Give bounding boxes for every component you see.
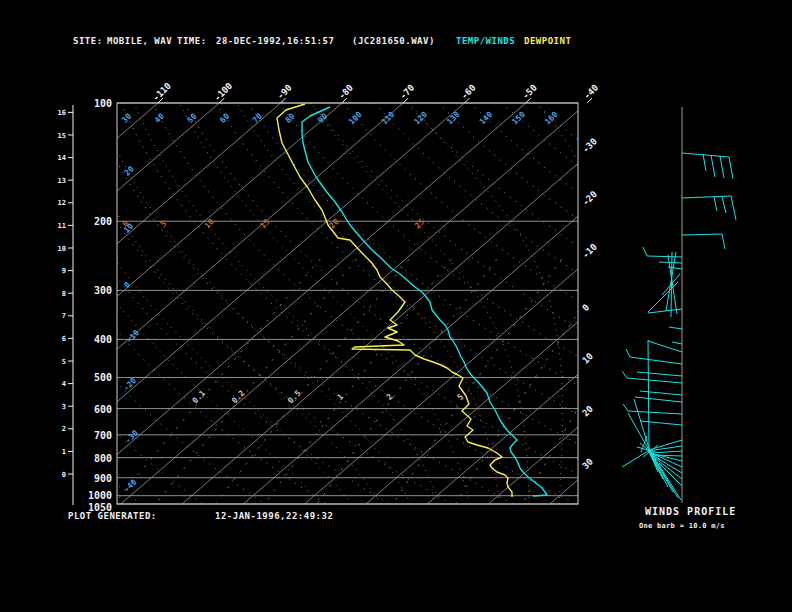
svg-text:-40: -40 [122, 477, 139, 494]
svg-text:25: 25 [413, 217, 426, 230]
svg-text:20: 20 [580, 404, 595, 419]
svg-text:9: 9 [62, 267, 66, 275]
svg-text:-70: -70 [398, 83, 417, 102]
svg-text:5: 5 [159, 219, 169, 229]
svg-text:0: 0 [62, 471, 66, 479]
svg-text:-60: -60 [459, 83, 478, 102]
svg-text:70: 70 [251, 112, 264, 125]
height-ruler-labels: 161514131211109876543210 [58, 109, 66, 479]
svg-text:7: 7 [62, 312, 66, 320]
pressure-lines [117, 103, 578, 504]
moist-adiabats [16, 103, 609, 504]
svg-text:14: 14 [58, 154, 66, 162]
svg-text:60: 60 [218, 112, 231, 125]
svg-text:10: 10 [203, 217, 216, 230]
svg-text:4: 4 [62, 380, 66, 388]
svg-text:40: 40 [153, 112, 166, 125]
svg-text:300: 300 [94, 285, 112, 296]
svg-text:600: 600 [94, 404, 112, 415]
svg-text:800: 800 [94, 453, 112, 464]
svg-text:8: 8 [62, 290, 66, 298]
svg-text:10: 10 [58, 245, 66, 253]
svg-text:13: 13 [58, 177, 66, 185]
skewt-screen: SITE: MOBILE, WAV TIME: 28-DEC-1992,16:5… [0, 0, 792, 612]
svg-text:-80: -80 [336, 83, 355, 102]
svg-text:30: 30 [120, 112, 133, 125]
svg-text:-30: -30 [580, 136, 599, 155]
svg-text:90: 90 [316, 112, 329, 125]
svg-text:400: 400 [94, 334, 112, 345]
svg-text:2: 2 [385, 392, 395, 402]
winds-profile-caption: One barb = 10.0 m/s [639, 522, 725, 530]
dry-adiabat-labels: 3040506070809010011012013014015016020100… [120, 110, 560, 494]
svg-text:0.2: 0.2 [230, 389, 247, 406]
svg-text:0.5: 0.5 [286, 389, 303, 406]
dry-adiabats [0, 103, 792, 504]
svg-text:12: 12 [58, 199, 66, 207]
svg-text:-90: -90 [275, 83, 294, 102]
svg-text:-30: -30 [123, 428, 140, 445]
svg-text:-20: -20 [580, 189, 599, 208]
svg-text:30: 30 [580, 456, 595, 471]
plot-border [117, 103, 578, 504]
svg-text:15: 15 [258, 217, 271, 230]
svg-text:0: 0 [580, 302, 591, 313]
svg-text:0: 0 [122, 280, 132, 290]
svg-text:1: 1 [336, 392, 346, 402]
svg-text:3: 3 [62, 403, 66, 411]
svg-text:160: 160 [543, 110, 560, 127]
top-isotherm-labels: -110-100-90-80-70-60-50-40 [151, 81, 601, 103]
plot-generated-label: PLOT GENERATED: [68, 511, 157, 521]
svg-text:0.1: 0.1 [191, 389, 208, 406]
svg-text:20: 20 [123, 164, 136, 177]
svg-text:-40: -40 [582, 83, 601, 102]
wind-barbs [622, 153, 736, 500]
svg-text:-20: -20 [122, 376, 139, 393]
svg-text:10: 10 [580, 351, 595, 366]
isotherms [0, 103, 792, 504]
svg-text:100: 100 [94, 98, 112, 109]
svg-text:16: 16 [58, 109, 66, 117]
svg-text:80: 80 [283, 112, 296, 125]
mixing-ratio-labels: 0.10.20.5125 [191, 389, 466, 406]
svg-text:15: 15 [58, 132, 66, 140]
svg-text:5: 5 [62, 358, 66, 366]
svg-text:120: 120 [412, 110, 429, 127]
svg-text:-10: -10 [580, 242, 599, 261]
svg-text:-50: -50 [520, 83, 539, 102]
pressure-axis-labels: 10020030040050060070080090010001050 [88, 98, 112, 513]
svg-text:130: 130 [445, 110, 462, 127]
svg-text:11: 11 [58, 222, 66, 230]
svg-text:1: 1 [62, 448, 66, 456]
svg-text:700: 700 [94, 430, 112, 441]
svg-text:2: 2 [62, 425, 66, 433]
svg-text:1000: 1000 [88, 490, 112, 501]
svg-text:6: 6 [62, 335, 66, 343]
svg-text:500: 500 [94, 372, 112, 383]
svg-text:900: 900 [94, 473, 112, 484]
plot-generated-value: 12-JAN-1996,22:49:32 [215, 511, 333, 521]
winds-profile-title: WINDS PROFILE [645, 506, 736, 517]
svg-text:200: 200 [94, 216, 112, 227]
height-ruler [68, 105, 73, 505]
right-isotherm-labels: -30-20-100102030 [580, 136, 599, 471]
